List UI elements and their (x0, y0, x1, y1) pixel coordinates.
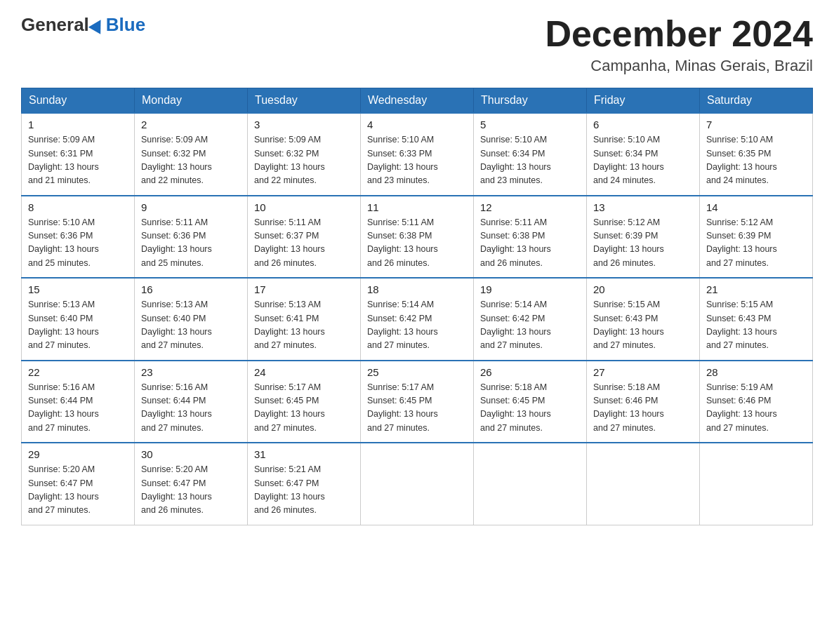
day-info: Sunrise: 5:11 AMSunset: 6:38 PMDaylight:… (480, 217, 551, 268)
day-number: 13 (593, 201, 693, 213)
day-number: 2 (141, 119, 241, 130)
col-monday: Monday (135, 88, 248, 114)
day-number: 20 (593, 283, 693, 295)
day-info: Sunrise: 5:17 AMSunset: 6:45 PMDaylight:… (367, 382, 438, 433)
day-info: Sunrise: 5:13 AMSunset: 6:40 PMDaylight:… (28, 300, 99, 350)
day-info: Sunrise: 5:12 AMSunset: 6:39 PMDaylight:… (593, 217, 664, 268)
day-info: Sunrise: 5:13 AMSunset: 6:40 PMDaylight:… (141, 300, 212, 350)
day-info: Sunrise: 5:17 AMSunset: 6:45 PMDaylight:… (254, 382, 325, 433)
table-row: 14 Sunrise: 5:12 AMSunset: 6:39 PMDaylig… (700, 196, 813, 279)
table-row: 10 Sunrise: 5:11 AMSunset: 6:37 PMDaylig… (248, 196, 361, 279)
logo-general: General (21, 14, 89, 36)
table-row: 20 Sunrise: 5:15 AMSunset: 6:43 PMDaylig… (587, 278, 700, 361)
table-row: 29 Sunrise: 5:20 AMSunset: 6:47 PMDaylig… (22, 443, 135, 525)
table-row: 23 Sunrise: 5:16 AMSunset: 6:44 PMDaylig… (135, 361, 248, 443)
header: General Blue December 2024 Campanha, Min… (21, 14, 813, 75)
table-row: 5 Sunrise: 5:10 AMSunset: 6:34 PMDayligh… (474, 113, 587, 196)
table-row: 18 Sunrise: 5:14 AMSunset: 6:42 PMDaylig… (361, 278, 474, 361)
day-info: Sunrise: 5:11 AMSunset: 6:36 PMDaylight:… (141, 217, 212, 268)
table-row: 25 Sunrise: 5:17 AMSunset: 6:45 PMDaylig… (361, 361, 474, 443)
table-row: 1 Sunrise: 5:09 AMSunset: 6:31 PMDayligh… (22, 113, 135, 196)
table-row (474, 443, 587, 525)
day-number: 22 (28, 366, 128, 378)
logo-text: General Blue (21, 14, 145, 36)
day-number: 31 (254, 448, 354, 460)
table-row: 15 Sunrise: 5:13 AMSunset: 6:40 PMDaylig… (22, 278, 135, 361)
day-number: 8 (28, 201, 128, 213)
day-info: Sunrise: 5:12 AMSunset: 6:39 PMDaylight:… (706, 217, 777, 268)
col-tuesday: Tuesday (248, 88, 361, 114)
table-row: 27 Sunrise: 5:18 AMSunset: 6:46 PMDaylig… (587, 361, 700, 443)
table-row: 21 Sunrise: 5:15 AMSunset: 6:43 PMDaylig… (700, 278, 813, 361)
day-info: Sunrise: 5:19 AMSunset: 6:46 PMDaylight:… (706, 382, 777, 433)
day-info: Sunrise: 5:15 AMSunset: 6:43 PMDaylight:… (706, 300, 777, 350)
day-number: 12 (480, 201, 580, 213)
table-row: 9 Sunrise: 5:11 AMSunset: 6:36 PMDayligh… (135, 196, 248, 279)
day-number: 5 (480, 119, 580, 130)
calendar-body: 1 Sunrise: 5:09 AMSunset: 6:31 PMDayligh… (22, 113, 813, 525)
day-number: 9 (141, 201, 241, 213)
week-row-1: 1 Sunrise: 5:09 AMSunset: 6:31 PMDayligh… (22, 113, 813, 196)
table-row: 26 Sunrise: 5:18 AMSunset: 6:45 PMDaylig… (474, 361, 587, 443)
table-row: 8 Sunrise: 5:10 AMSunset: 6:36 PMDayligh… (22, 196, 135, 279)
day-info: Sunrise: 5:18 AMSunset: 6:45 PMDaylight:… (480, 382, 551, 433)
day-info: Sunrise: 5:13 AMSunset: 6:41 PMDaylight:… (254, 300, 325, 350)
table-row (361, 443, 474, 525)
logo-blue: Blue (106, 14, 145, 36)
day-info: Sunrise: 5:09 AMSunset: 6:31 PMDaylight:… (28, 135, 99, 185)
col-friday: Friday (587, 88, 700, 114)
title-area: December 2024 Campanha, Minas Gerais, Br… (545, 14, 813, 75)
subtitle: Campanha, Minas Gerais, Brazil (545, 57, 813, 75)
day-number: 10 (254, 201, 354, 213)
day-info: Sunrise: 5:10 AMSunset: 6:36 PMDaylight:… (28, 217, 99, 268)
week-row-3: 15 Sunrise: 5:13 AMSunset: 6:40 PMDaylig… (22, 278, 813, 361)
day-number: 25 (367, 366, 467, 378)
day-number: 26 (480, 366, 580, 378)
col-saturday: Saturday (700, 88, 813, 114)
col-wednesday: Wednesday (361, 88, 474, 114)
day-number: 27 (593, 366, 693, 378)
table-row: 12 Sunrise: 5:11 AMSunset: 6:38 PMDaylig… (474, 196, 587, 279)
day-number: 3 (254, 119, 354, 130)
day-info: Sunrise: 5:16 AMSunset: 6:44 PMDaylight:… (28, 382, 99, 433)
day-number: 28 (706, 366, 806, 378)
week-row-2: 8 Sunrise: 5:10 AMSunset: 6:36 PMDayligh… (22, 196, 813, 279)
table-row: 30 Sunrise: 5:20 AMSunset: 6:47 PMDaylig… (135, 443, 248, 525)
day-info: Sunrise: 5:21 AMSunset: 6:47 PMDaylight:… (254, 464, 325, 515)
week-row-5: 29 Sunrise: 5:20 AMSunset: 6:47 PMDaylig… (22, 443, 813, 525)
table-row: 17 Sunrise: 5:13 AMSunset: 6:41 PMDaylig… (248, 278, 361, 361)
calendar-header: Sunday Monday Tuesday Wednesday Thursday… (22, 88, 813, 114)
day-number: 7 (706, 119, 806, 130)
table-row: 11 Sunrise: 5:11 AMSunset: 6:38 PMDaylig… (361, 196, 474, 279)
day-info: Sunrise: 5:10 AMSunset: 6:34 PMDaylight:… (480, 135, 551, 185)
day-info: Sunrise: 5:09 AMSunset: 6:32 PMDaylight:… (141, 135, 212, 185)
day-number: 6 (593, 119, 693, 130)
day-number: 21 (706, 283, 806, 295)
day-info: Sunrise: 5:14 AMSunset: 6:42 PMDaylight:… (367, 300, 438, 350)
day-info: Sunrise: 5:15 AMSunset: 6:43 PMDaylight:… (593, 300, 664, 350)
day-number: 24 (254, 366, 354, 378)
page-title: December 2024 (545, 14, 813, 54)
day-info: Sunrise: 5:14 AMSunset: 6:42 PMDaylight:… (480, 300, 551, 350)
day-number: 30 (141, 448, 241, 460)
day-number: 16 (141, 283, 241, 295)
table-row: 22 Sunrise: 5:16 AMSunset: 6:44 PMDaylig… (22, 361, 135, 443)
day-info: Sunrise: 5:10 AMSunset: 6:35 PMDaylight:… (706, 135, 777, 185)
day-info: Sunrise: 5:20 AMSunset: 6:47 PMDaylight:… (141, 464, 212, 515)
table-row: 16 Sunrise: 5:13 AMSunset: 6:40 PMDaylig… (135, 278, 248, 361)
day-number: 15 (28, 283, 128, 295)
table-row (700, 443, 813, 525)
day-info: Sunrise: 5:16 AMSunset: 6:44 PMDaylight:… (141, 382, 212, 433)
day-info: Sunrise: 5:18 AMSunset: 6:46 PMDaylight:… (593, 382, 664, 433)
table-row: 24 Sunrise: 5:17 AMSunset: 6:45 PMDaylig… (248, 361, 361, 443)
col-thursday: Thursday (474, 88, 587, 114)
day-info: Sunrise: 5:10 AMSunset: 6:33 PMDaylight:… (367, 135, 438, 185)
table-row: 7 Sunrise: 5:10 AMSunset: 6:35 PMDayligh… (700, 113, 813, 196)
week-row-4: 22 Sunrise: 5:16 AMSunset: 6:44 PMDaylig… (22, 361, 813, 443)
col-sunday: Sunday (22, 88, 135, 114)
header-row: Sunday Monday Tuesday Wednesday Thursday… (22, 88, 813, 114)
table-row: 28 Sunrise: 5:19 AMSunset: 6:46 PMDaylig… (700, 361, 813, 443)
table-row: 19 Sunrise: 5:14 AMSunset: 6:42 PMDaylig… (474, 278, 587, 361)
day-number: 11 (367, 201, 467, 213)
logo-triangle-icon (88, 16, 107, 34)
